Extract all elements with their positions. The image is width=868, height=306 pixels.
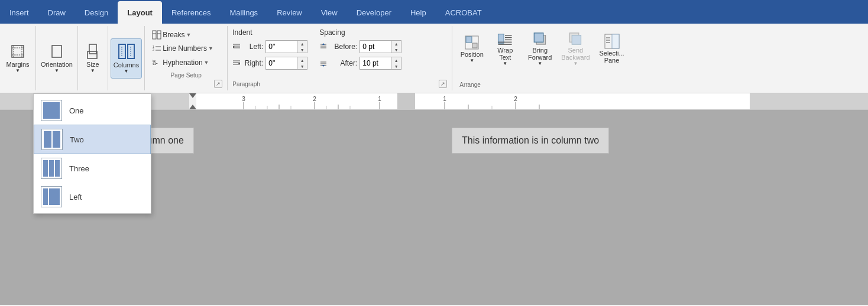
tab-layout[interactable]: Layout: [118, 1, 162, 24]
columns-option-two[interactable]: Two: [34, 125, 151, 154]
indent-right-down[interactable]: ▼: [297, 63, 307, 69]
breaks-icon: [152, 30, 161, 40]
indent-left-value[interactable]: [266, 41, 297, 53]
columns-option-one[interactable]: One: [34, 96, 151, 125]
columns-option-three[interactable]: Three: [34, 154, 151, 183]
two-col-label: Two: [70, 135, 84, 144]
spacing-before-up[interactable]: ▲: [391, 41, 401, 47]
size-icon: [85, 43, 101, 60]
svg-rect-50: [572, 35, 581, 44]
wrap-text-label2: Text: [499, 54, 511, 61]
three-col-icon: [41, 158, 62, 179]
paragraph-expand-btn[interactable]: ↗: [439, 80, 447, 88]
spacing-after-input[interactable]: ▲ ▼: [359, 57, 401, 70]
size-btn[interactable]: Size ▼: [80, 38, 105, 79]
spacing-before-input[interactable]: ▲ ▼: [359, 40, 401, 53]
selection-pane-btn[interactable]: Selecti... Pane: [595, 28, 629, 69]
tab-review[interactable]: Review: [267, 1, 312, 24]
indent-left-input[interactable]: ▲ ▼: [265, 40, 307, 53]
line-numbers-btn[interactable]: 1 2 Line Numbers ▼: [150, 42, 222, 54]
page-setup-label: Page Setup: [150, 70, 222, 79]
svg-rect-40: [472, 43, 477, 48]
tab-insert[interactable]: Insert: [0, 1, 38, 24]
selection-pane-icon: [604, 33, 620, 50]
svg-text:1: 1: [378, 96, 381, 102]
position-icon: [464, 34, 480, 51]
margins-btn[interactable]: Margins ▼: [4, 38, 32, 79]
spacing-after-value[interactable]: [360, 57, 391, 69]
indent-right-value[interactable]: [266, 57, 297, 69]
svg-rect-69: [397, 93, 415, 109]
columns-chevron: ▼: [124, 69, 129, 74]
indent-label: Indent: [232, 28, 307, 37]
svg-rect-5: [52, 45, 61, 57]
bring-forward-label: Bring: [532, 47, 548, 54]
bring-forward-icon: [532, 31, 548, 47]
column2-text: This information is in column two: [462, 135, 599, 145]
paragraph-group-label: Paragraph: [232, 81, 260, 87]
spacing-before-label: Before:: [331, 43, 357, 51]
left-col-label: Left: [69, 193, 82, 201]
spacing-after-down[interactable]: ▼: [391, 63, 401, 69]
bring-forward-btn[interactable]: Bring Forward ▼: [523, 28, 556, 69]
svg-text:2: 2: [153, 48, 154, 51]
orientation-icon: [48, 43, 65, 60]
wrap-text-chevron: ▼: [503, 61, 507, 66]
position-label: Position: [461, 51, 484, 58]
bring-forward-chevron: ▼: [537, 61, 542, 66]
indent-right-icon: [232, 59, 241, 67]
spacing-before-down[interactable]: ▼: [391, 47, 401, 53]
send-backward-icon: [567, 31, 584, 47]
tab-draw[interactable]: Draw: [38, 1, 75, 24]
indent-right-input[interactable]: ▲ ▼: [265, 57, 307, 70]
left-col-icon: [41, 186, 62, 207]
send-backward-label2: Backward: [561, 54, 590, 61]
columns-icon: [118, 43, 135, 60]
spacing-before-value[interactable]: [360, 41, 391, 53]
send-backward-btn[interactable]: Send Backward ▼: [559, 28, 592, 69]
tab-help[interactable]: Help: [401, 1, 436, 24]
spacing-after-up[interactable]: ▲: [391, 57, 401, 63]
columns-option-left[interactable]: Left: [34, 183, 151, 211]
breaks-label: Breaks: [163, 31, 184, 39]
tab-design[interactable]: Design: [75, 1, 118, 24]
two-col-icon: [41, 129, 63, 150]
selection-pane-label: Selecti...: [599, 50, 624, 57]
ribbon: Margins ▼ Orientation ▼ Size ▼: [0, 24, 868, 93]
margins-icon: [9, 43, 26, 60]
position-chevron: ▼: [469, 58, 474, 63]
orientation-btn[interactable]: Orientation ▼: [38, 38, 75, 79]
columns-dropdown: One Two Three Left: [33, 93, 151, 214]
position-btn[interactable]: Position ▼: [457, 28, 487, 69]
tab-mailings[interactable]: Mailings: [220, 1, 267, 24]
tab-acrobat[interactable]: ACROBAT: [436, 1, 491, 24]
svg-text:1: 1: [443, 96, 446, 102]
svg-rect-6: [89, 44, 96, 54]
hyphenation-icon: a- bc: [152, 58, 161, 67]
line-numbers-icon: 1 2: [152, 44, 161, 53]
breaks-btn[interactable]: Breaks ▼: [150, 28, 222, 41]
tab-references[interactable]: References: [162, 1, 220, 24]
indent-left-down[interactable]: ▼: [297, 47, 307, 53]
hyphenation-chevron: ▼: [204, 60, 209, 66]
indent-left-up[interactable]: ▲: [297, 41, 307, 47]
tab-view[interactable]: View: [312, 1, 347, 24]
wrap-text-btn[interactable]: Wrap Text ▼: [489, 28, 521, 69]
wrap-text-icon: [497, 31, 513, 47]
indent-right-label: Right:: [244, 59, 263, 67]
columns-btn[interactable]: Columns ▼: [111, 38, 142, 79]
bring-forward-label2: Forward: [528, 54, 552, 61]
spacing-after-label: After:: [331, 59, 357, 67]
tab-developer[interactable]: Developer: [347, 1, 401, 24]
page-setup-expand[interactable]: ↗: [214, 80, 222, 88]
line-numbers-label: Line Numbers: [163, 44, 207, 53]
hyphenation-btn[interactable]: a- bc Hyphenation ▼: [150, 56, 222, 69]
spacing-before-icon: [319, 43, 328, 51]
send-backward-chevron: ▼: [573, 61, 578, 66]
indent-right-up[interactable]: ▲: [297, 57, 307, 63]
svg-text:bc: bc: [153, 59, 156, 63]
document-column-2: This information is in column two: [452, 128, 833, 287]
one-col-label: One: [69, 106, 84, 115]
selection-pane-label2: Pane: [604, 57, 620, 64]
indent-left-icon: [232, 43, 241, 51]
